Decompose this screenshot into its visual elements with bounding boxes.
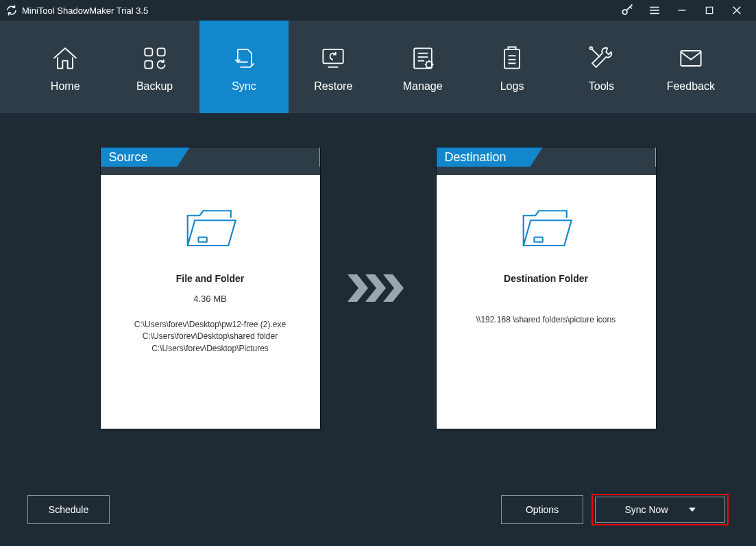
footer: Schedule Options Sync Now bbox=[0, 494, 756, 525]
nav-backup[interactable]: Backup bbox=[110, 21, 199, 113]
maximize-icon[interactable] bbox=[696, 0, 723, 21]
sync-now-highlight: Sync Now bbox=[592, 494, 729, 525]
svg-marker-27 bbox=[365, 274, 386, 302]
chevron-down-icon bbox=[689, 508, 696, 512]
restore-icon bbox=[318, 42, 348, 75]
nav-label: Restore bbox=[314, 80, 352, 93]
nav-label: Backup bbox=[136, 80, 173, 93]
logs-icon bbox=[497, 42, 527, 75]
svg-rect-9 bbox=[157, 48, 164, 56]
svg-rect-13 bbox=[414, 48, 432, 68]
source-path-2: C:\Users\forev\Desktop\shared folder bbox=[109, 331, 312, 342]
titlebar: MiniTool ShadowMaker Trial 3.5 bbox=[0, 0, 756, 21]
folder-icon bbox=[445, 202, 648, 252]
nav-label: Logs bbox=[500, 80, 524, 93]
sync-now-button[interactable]: Sync Now bbox=[595, 497, 725, 523]
destination-panel-body: Destination Folder \\192.168 \shared fol… bbox=[437, 175, 656, 334]
schedule-button[interactable]: Schedule bbox=[27, 495, 110, 524]
svg-point-23 bbox=[590, 47, 593, 49]
svg-rect-25 bbox=[198, 237, 206, 242]
svg-rect-5 bbox=[706, 7, 712, 13]
app-title: MiniTool ShadowMaker Trial 3.5 bbox=[22, 5, 148, 16]
nav-home[interactable]: Home bbox=[21, 21, 110, 113]
menu-icon[interactable] bbox=[641, 0, 668, 21]
manage-icon bbox=[408, 42, 438, 75]
destination-heading: Destination Folder bbox=[445, 273, 648, 284]
svg-rect-29 bbox=[534, 237, 542, 242]
backup-icon bbox=[140, 42, 170, 75]
nav-label: Home bbox=[51, 80, 80, 93]
svg-line-22 bbox=[593, 49, 600, 57]
close-icon[interactable] bbox=[723, 0, 751, 21]
home-icon bbox=[50, 42, 80, 75]
svg-rect-24 bbox=[681, 51, 700, 66]
nav-label: Manage bbox=[403, 80, 443, 93]
minimize-icon[interactable] bbox=[668, 0, 696, 21]
source-path-1: C:\Users\forev\Desktop\pw12-free (2).exe bbox=[109, 319, 312, 331]
arrows-icon bbox=[347, 147, 409, 429]
nav-restore[interactable]: Restore bbox=[289, 21, 378, 113]
nav-logs[interactable]: Logs bbox=[467, 21, 557, 113]
nav-label: Sync bbox=[232, 80, 256, 93]
destination-panel[interactable]: Destination Destination Folder \\192.168… bbox=[437, 147, 656, 429]
sync-icon bbox=[229, 42, 259, 75]
source-path-3: C:\Users\forev\Desktop\Pictures bbox=[109, 343, 312, 355]
sync-now-label: Sync Now bbox=[624, 504, 668, 515]
content-area: Source File and Folder 4.36 MB C:\Users\… bbox=[0, 113, 756, 546]
svg-marker-26 bbox=[347, 274, 368, 302]
app-logo-icon bbox=[5, 4, 18, 16]
nav-feedback[interactable]: Feedback bbox=[646, 21, 735, 113]
source-heading: File and Folder bbox=[109, 273, 312, 284]
source-panel-header: Source bbox=[101, 147, 320, 175]
main-nav: Home Backup Sync Restore Manage Logs bbox=[0, 21, 756, 113]
source-panel[interactable]: Source File and Folder 4.36 MB C:\Users\… bbox=[101, 147, 320, 429]
nav-sync[interactable]: Sync bbox=[199, 21, 289, 113]
svg-rect-11 bbox=[324, 49, 343, 63]
source-size: 4.36 MB bbox=[109, 294, 312, 304]
destination-panel-header: Destination bbox=[437, 147, 656, 175]
nav-label: Tools bbox=[589, 80, 614, 93]
nav-label: Feedback bbox=[667, 80, 715, 93]
svg-rect-10 bbox=[145, 60, 152, 68]
svg-marker-28 bbox=[383, 274, 404, 302]
folder-icon bbox=[109, 202, 312, 252]
nav-manage[interactable]: Manage bbox=[378, 21, 467, 113]
key-icon[interactable] bbox=[613, 0, 641, 21]
options-button[interactable]: Options bbox=[501, 495, 583, 524]
destination-path: \\192.168 \shared folders\picture icons bbox=[445, 314, 648, 326]
source-panel-body: File and Folder 4.36 MB C:\Users\forev\D… bbox=[101, 175, 320, 363]
nav-tools[interactable]: Tools bbox=[557, 21, 646, 113]
tools-icon bbox=[586, 42, 616, 75]
svg-rect-8 bbox=[145, 48, 152, 56]
feedback-icon bbox=[676, 42, 706, 75]
